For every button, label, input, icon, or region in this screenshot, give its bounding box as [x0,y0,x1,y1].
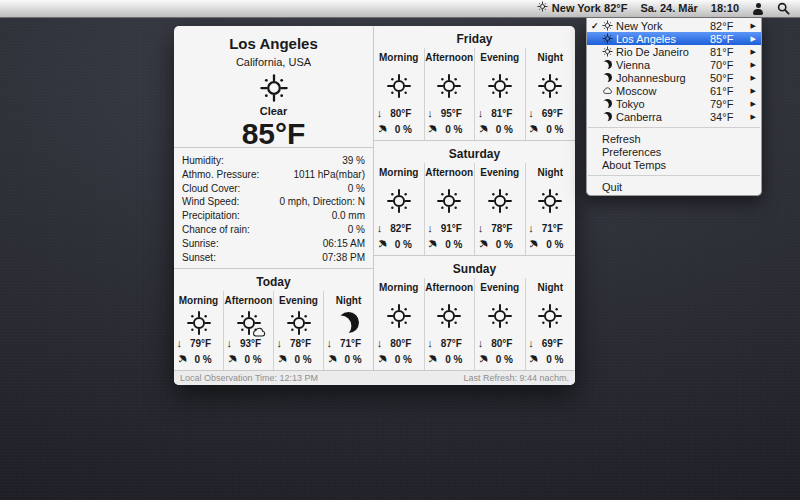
city-label: Moscow [614,85,710,97]
umbrella-icon: ☂ [374,352,389,367]
sun-icon [174,73,373,103]
period-rain-chance: 0 % [395,354,412,365]
checkmark-icon: ✓ [591,21,600,31]
last-refresh: Last Refresh: 9:44 nachm. [463,373,569,383]
city-name: Los Angeles [174,35,373,52]
menu-item-label: Refresh [600,133,756,145]
period-rain-row: ☂0 % [528,239,572,250]
detail-value: 1011 hPa(mbar) [293,168,365,182]
city-temperature: 82°F [710,20,747,32]
detail-value: 0 % [348,182,365,196]
detail-value: 0 mph, Direction: N [279,195,365,209]
menu-item-preferences[interactable]: Preferences [587,145,761,158]
menubar-clock[interactable]: 18:10 [711,0,739,17]
menu-item-quit[interactable]: Quit [587,180,761,193]
period-temperature: 87°F [441,338,462,349]
period-rain-row: ☂0 % [478,354,522,365]
period-label: Morning [374,278,424,294]
period-label: Morning [374,163,424,179]
panel-main: Los Angeles California, USA Clear 85°F H… [174,26,575,370]
menu-item-city-canberra[interactable]: Canberra34°F▶ [587,110,761,123]
menu-item-label: Quit [600,181,756,193]
submenu-arrow-icon: ▶ [747,100,756,108]
period-temp-row: ↓69°F [528,338,572,349]
temp-arrow-icon: ↓ [377,108,383,119]
menu-item-refresh[interactable]: Refresh [587,132,761,145]
detail-label: Chance of rain: [182,223,250,237]
period-rain-chance: 0 % [244,354,261,365]
detail-row-athmo-pressure-: Athmo. Pressure:1011 hPa(mbar) [182,168,365,182]
temp-arrow-icon: ↓ [478,223,484,234]
detail-row-humidity-: Humidity:39 % [182,154,365,168]
menu-item-city-tokyo[interactable]: Tokyo79°F▶ [587,97,761,110]
period-afternoon: Afternoon ↓87°F☂0 % [424,278,475,370]
temp-arrow-icon: ↓ [528,108,534,119]
sun-icon [600,20,614,31]
menu-item-city-rio-de-janeiro[interactable]: Rio De Janeiro81°F▶ [587,45,761,58]
city-label: Rio De Janeiro [614,46,710,58]
period-temperature: 80°F [491,338,512,349]
menubar-date[interactable]: Sa. 24. Mär [640,0,697,17]
menu-item-about-temps[interactable]: About Temps [587,158,761,171]
period-temperature: 78°F [491,223,512,234]
period-temp-row: ↓80°F [478,338,522,349]
period-rain-row: ☂0 % [427,354,471,365]
user-icon[interactable] [752,3,764,15]
moon-icon [600,73,614,82]
detail-value: 0.0 mm [332,209,365,223]
period-rain-row: ☂0 % [377,239,421,250]
period-temperature: 80°F [390,338,411,349]
section-title: Today [174,269,373,291]
period-temperature: 93°F [240,338,261,349]
menubar-status-label: New York 82°F [552,0,628,17]
period-night: Night ↓69°F☂0 % [525,48,576,140]
period-rain-row: ☂0 % [377,124,421,135]
temp-arrow-icon: ↓ [427,223,433,234]
city-label: Canberra [614,111,710,123]
submenu-arrow-icon: ▶ [747,61,756,69]
period-rain-chance: 0 % [395,239,412,250]
city-temperature: 50°F [710,72,747,84]
umbrella-icon: ☂ [526,352,541,367]
period-temp-row: ↓79°F [177,338,221,349]
menu-item-city-new-york[interactable]: ✓ New York82°F▶ [587,19,761,32]
menu-item-city-johannesburg[interactable]: Johannesburg50°F▶ [587,71,761,84]
moon-icon [600,99,614,108]
forecast-column: FridayMorning ↓80°F☂0 %Afternoon ↓95°F☂0… [374,26,575,370]
menubar-weather-status[interactable]: New York 82°F [537,0,628,17]
period-night: Night ↓69°F☂0 % [525,278,576,370]
sun-icon [526,64,576,108]
detail-row-sunset-: Sunset:07:38 PM [182,251,365,265]
period-evening: Evening ↓80°F☂0 % [474,278,525,370]
menu-item-city-los-angeles[interactable]: Los Angeles85°F▶ [587,32,761,45]
menu-item-label: About Temps [600,159,756,171]
city-label: Los Angeles [614,33,710,45]
city-temperature: 70°F [710,59,747,71]
menu-item-city-vienna[interactable]: Vienna70°F▶ [587,58,761,71]
search-icon[interactable] [777,0,790,17]
period-evening: Evening ↓81°F☂0 % [474,48,525,140]
period-label: Night [526,163,576,179]
detail-row-sunrise-: Sunrise:06:15 AM [182,237,365,251]
city-temperature: 81°F [710,46,747,58]
umbrella-icon: ☂ [526,122,541,137]
period-temperature: 78°F [290,338,311,349]
umbrella-icon: ☂ [425,352,440,367]
umbrella-icon: ☂ [475,237,490,252]
menubar: New York 82°F Sa. 24. Mär 18:10 [0,0,800,18]
period-rain-row: ☂0 % [377,354,421,365]
period-rain-chance: 0 % [546,354,563,365]
sun-icon [374,179,424,223]
period-temp-row: ↓69°F [528,108,572,119]
today-forecast-slot: TodayMorning ↓79°F☂0 %Afternoon ↓93°F☂0 … [174,268,373,370]
period-evening: Evening ↓78°F☂0 % [273,291,323,370]
submenu-arrow-icon: ▶ [747,48,756,56]
umbrella-icon: ☂ [475,352,490,367]
sun-icon [600,46,614,57]
period-rain-chance: 0 % [344,354,361,365]
city-label: New York [614,20,710,32]
umbrella-icon: ☂ [224,352,239,367]
period-label: Afternoon [425,163,475,179]
period-temp-row: ↓95°F [427,108,471,119]
menu-item-city-moscow[interactable]: Moscow61°F▶ [587,84,761,97]
